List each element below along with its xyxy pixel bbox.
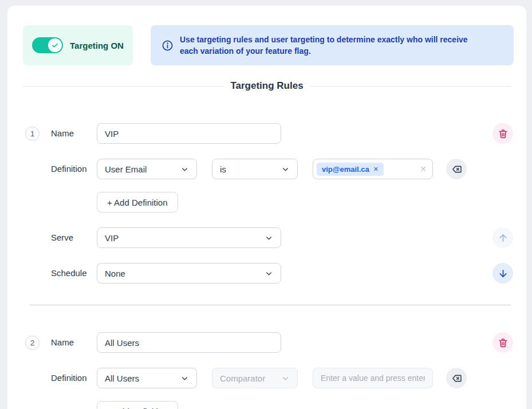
property-select-value: User Email: [105, 164, 147, 174]
clear-definition-button[interactable]: [446, 368, 467, 388]
rule-1-definition-row: Definition User Email is vip@email.ca ✕ …: [7, 159, 526, 179]
property-select-value: All Users: [105, 373, 139, 383]
delete-rule-button[interactable]: [492, 332, 513, 353]
rule-2: 2 Name Definition All Users Comparator: [7, 332, 526, 409]
move-rule-down-button[interactable]: [492, 263, 513, 284]
move-rule-up-button[interactable]: [492, 227, 513, 248]
arrow-down-icon: [498, 268, 509, 279]
name-label: Name: [51, 128, 74, 138]
rule-name-input[interactable]: [97, 123, 281, 144]
rule-1-schedule-row: Schedule None: [7, 263, 526, 284]
chevron-down-icon: [281, 165, 290, 174]
definition-value-input: [313, 368, 433, 388]
rule-number-badge: 2: [25, 336, 40, 350]
add-definition-button[interactable]: + Add Definition: [97, 401, 178, 409]
top-row: Targeting ON Use targeting rules and use…: [23, 25, 514, 65]
section-title: Targeting Rules: [230, 80, 303, 92]
definition-label: Definition: [51, 373, 87, 383]
info-icon: [161, 40, 174, 52]
rule-2-name-row: 2 Name: [7, 332, 526, 353]
comparator-select[interactable]: is: [212, 159, 298, 179]
trash-icon: [498, 128, 509, 139]
targeting-toggle-panel: Targeting ON: [23, 25, 133, 65]
chevron-down-icon: [281, 374, 290, 383]
chevron-down-icon: [180, 165, 189, 174]
schedule-select[interactable]: None: [97, 263, 281, 284]
info-banner-text: Use targeting rules and user targeting t…: [180, 34, 485, 57]
rule-1-add-definition-row: + Add Definition: [7, 192, 526, 213]
schedule-label: Schedule: [51, 268, 87, 278]
serve-select[interactable]: VIP: [97, 227, 281, 248]
heading-divider-left: [23, 86, 224, 86]
targeting-card: Targeting ON Use targeting rules and use…: [7, 6, 526, 409]
delete-rule-button[interactable]: [492, 123, 513, 144]
rule-2-definition-row: Definition All Users Comparator: [7, 368, 526, 388]
targeting-rules-heading: Targeting Rules: [23, 80, 511, 92]
definition-label: Definition: [51, 164, 87, 174]
rule-1: 1 Name Definition User Email is: [7, 123, 526, 284]
chevron-down-icon: [265, 234, 273, 242]
chevron-down-icon: [265, 269, 273, 278]
property-select[interactable]: User Email: [97, 159, 197, 179]
value-chip-text: vip@email.ca: [322, 165, 369, 174]
comparator-select-value: is: [220, 164, 226, 174]
targeting-toggle-label: Targeting ON: [70, 41, 124, 50]
definition-values-input[interactable]: vip@email.ca ✕ ✕: [313, 159, 433, 179]
serve-select-value: VIP: [105, 233, 119, 243]
rule-name-input[interactable]: [97, 332, 281, 353]
backspace-icon: [451, 373, 462, 384]
value-chip: vip@email.ca ✕: [317, 163, 384, 176]
serve-label: Serve: [51, 233, 73, 242]
rule-2-add-definition-row: + Add Definition: [7, 401, 526, 409]
rule-1-serve-row: Serve VIP: [7, 227, 526, 248]
heading-divider-right: [310, 86, 511, 86]
targeting-toggle[interactable]: [32, 37, 63, 53]
add-definition-button[interactable]: + Add Definition: [97, 192, 178, 213]
trash-icon: [498, 337, 509, 348]
backspace-icon: [451, 164, 462, 175]
toggle-check-icon: [48, 38, 62, 52]
info-banner: Use targeting rules and user targeting t…: [151, 25, 514, 65]
comparator-select: Comparator: [212, 368, 298, 388]
name-label: Name: [51, 337, 74, 347]
property-select[interactable]: All Users: [97, 368, 197, 388]
comparator-select-placeholder: Comparator: [220, 373, 265, 383]
schedule-select-value: None: [105, 269, 125, 278]
rule-divider: [30, 305, 511, 305]
chevron-down-icon: [180, 374, 189, 383]
rule-number-badge: 1: [25, 127, 40, 141]
rule-1-name-row: 1 Name: [7, 123, 526, 144]
arrow-up-icon: [498, 233, 509, 243]
clear-values-icon[interactable]: ✕: [420, 164, 427, 174]
clear-definition-button[interactable]: [446, 159, 467, 179]
remove-value-icon[interactable]: ✕: [373, 166, 379, 173]
